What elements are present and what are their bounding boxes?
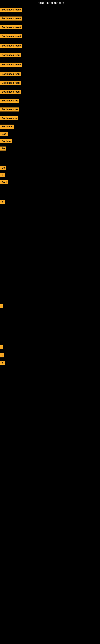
bottleneck-row-19: B bbox=[0, 172, 100, 179]
bottleneck-label-7: Bottleneck resul bbox=[0, 72, 21, 76]
bottleneck-row-31 bbox=[0, 327, 100, 343]
bottleneck-row-10: Bottleneck res bbox=[0, 96, 100, 105]
bottleneck-label-32: | bbox=[0, 345, 3, 349]
bottleneck-row-0: Bottleneck result bbox=[0, 5, 100, 14]
bottleneck-label-14: Bott bbox=[0, 132, 8, 136]
bottleneck-row-16: Bo bbox=[0, 145, 100, 152]
bottleneck-row-27 bbox=[0, 270, 100, 286]
bottleneck-label-18: Bo bbox=[0, 166, 6, 170]
bottleneck-row-28 bbox=[0, 286, 100, 302]
bottleneck-row-24 bbox=[0, 222, 100, 238]
bottleneck-label-0: Bottleneck result bbox=[0, 8, 22, 12]
bottleneck-label-34: B bbox=[0, 361, 4, 365]
bottleneck-row-33: n bbox=[0, 352, 100, 359]
bottleneck-row-22: B bbox=[0, 198, 100, 205]
bottleneck-label-5: Bottleneck resul bbox=[0, 53, 21, 57]
bottleneck-label-6: Bottleneck result bbox=[0, 62, 22, 66]
bottleneck-row-15: Bottlene bbox=[0, 138, 100, 145]
bottleneck-row-30 bbox=[0, 311, 100, 327]
bottleneck-row-32: | bbox=[0, 343, 100, 352]
site-title: TheBottlenecker.com bbox=[0, 0, 100, 5]
bottleneck-label-15: Bottlene bbox=[0, 139, 12, 143]
bottleneck-label-29: | bbox=[0, 304, 3, 308]
bottleneck-label-2: Bottleneck result bbox=[0, 25, 22, 30]
bottleneck-row-3: Bottleneck result bbox=[0, 32, 100, 41]
bottleneck-row-20: Bottl bbox=[0, 179, 100, 186]
bottleneck-row-13: Bottlenec bbox=[0, 123, 100, 130]
bottleneck-label-4: Bottleneck result bbox=[0, 44, 22, 48]
bottleneck-label-20: Bottl bbox=[0, 180, 8, 184]
bottleneck-row-17 bbox=[0, 152, 100, 164]
bottleneck-row-29: | bbox=[0, 302, 100, 311]
bottleneck-label-3: Bottleneck result bbox=[0, 34, 22, 38]
bottleneck-label-10: Bottleneck res bbox=[0, 98, 19, 103]
bottleneck-row-7: Bottleneck resul bbox=[0, 70, 100, 78]
bottleneck-row-6: Bottleneck result bbox=[0, 60, 100, 70]
bottleneck-row-21 bbox=[0, 186, 100, 198]
bottleneck-row-12: Bottleneck re bbox=[0, 114, 100, 123]
bottleneck-label-33: n bbox=[0, 354, 4, 358]
bottleneck-row-8: Bottleneck resu bbox=[0, 78, 100, 87]
bottleneck-label-1: Bottleneck result bbox=[0, 16, 22, 20]
bottleneck-row-26 bbox=[0, 254, 100, 270]
bottleneck-row-9: Bottleneck resu bbox=[0, 87, 100, 96]
bottleneck-label-11: Bottleneck res bbox=[0, 108, 19, 112]
bottleneck-label-16: Bo bbox=[0, 146, 6, 150]
bottleneck-row-14: Bott bbox=[0, 130, 100, 138]
bottleneck-label-22: B bbox=[0, 200, 4, 204]
bottleneck-label-12: Bottleneck re bbox=[0, 116, 18, 120]
bottleneck-label-8: Bottleneck resu bbox=[0, 81, 21, 85]
bottleneck-label-19: B bbox=[0, 173, 4, 177]
bottleneck-row-2: Bottleneck result bbox=[0, 23, 100, 32]
bottleneck-label-13: Bottlenec bbox=[0, 124, 14, 128]
bottleneck-row-1: Bottleneck result bbox=[0, 14, 100, 23]
bottleneck-row-25 bbox=[0, 238, 100, 254]
bottleneck-row-4: Bottleneck result bbox=[0, 41, 100, 51]
bottleneck-row-11: Bottleneck res bbox=[0, 105, 100, 114]
bottleneck-row-23 bbox=[0, 205, 100, 222]
bottleneck-label-9: Bottleneck resu bbox=[0, 90, 21, 94]
bottleneck-row-34: B bbox=[0, 359, 100, 366]
bottleneck-row-18: Bo bbox=[0, 164, 100, 172]
bottleneck-row-5: Bottleneck resul bbox=[0, 51, 100, 60]
